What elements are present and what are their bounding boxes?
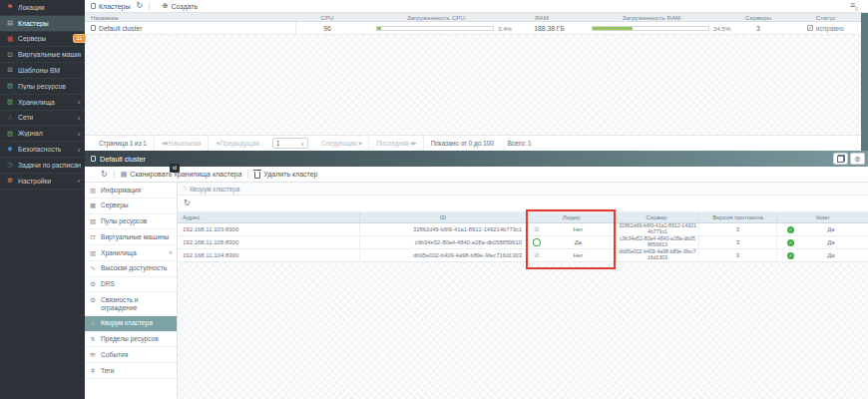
delete-cluster-label: Удалить кластер (263, 171, 317, 178)
refresh-icon[interactable]: ↻ (95, 171, 114, 179)
cluster-ram: 188.38 ГБ (514, 25, 570, 32)
gear-icon: ⚙ (854, 156, 860, 163)
sidebar-item[interactable]: ∴ Сети ∨ (0, 111, 85, 127)
quorum-row[interactable]: 192.168.11.104:8300 db95e002-b409-4a98-b… (178, 249, 868, 262)
clusters-view-button[interactable]: Кластеры (85, 0, 137, 12)
detail-tab[interactable]: ⚙ Связность и ограждение (85, 292, 177, 316)
arrow-right-icon: ▶ (359, 141, 361, 146)
col-ram[interactable]: RAM (514, 14, 570, 21)
detail-tab[interactable]: # Теги (85, 363, 177, 379)
leader-cell: Да (526, 236, 616, 248)
prev-page-button[interactable]: ◀ Предыдущая (209, 136, 266, 151)
detail-tab[interactable]: ∿ Высокая доступность (85, 261, 177, 277)
ram-load-bar-fill (593, 27, 633, 30)
col-voter[interactable]: Voter (776, 212, 868, 222)
col-cpu[interactable]: CPU (296, 14, 358, 21)
sidebar-item[interactable]: ⊡ Виртуальные машины (0, 47, 85, 63)
cluster-icon (91, 25, 96, 31)
tab-icon: # (89, 367, 97, 374)
leader-value: Нет (541, 252, 616, 258)
refresh-icon[interactable]: ↻ (184, 200, 191, 207)
sidebar-item[interactable]: ▦ Серверы 11 (0, 32, 85, 48)
tab-label: Теги (101, 367, 114, 375)
detail-tab[interactable]: ⊡ Виртуальные машины (85, 229, 177, 245)
sidebar-item[interactable]: ⚑ Локации (0, 0, 85, 16)
popout-button[interactable] (833, 153, 848, 165)
quorum-row[interactable]: 192.168.11.105:8300 c9b34e52-80a4-4840-a… (178, 236, 868, 249)
col-leader[interactable]: Лидер (526, 212, 616, 222)
clusters-toolbar: Кластеры ↻ ⊕ Создать (85, 0, 868, 13)
protocol-version: 3 (698, 236, 776, 248)
refresh-icon[interactable]: ↻ (137, 2, 144, 10)
detail-panel-header: Default cluster (85, 151, 868, 167)
node-address: 192.168.11.104:8300 (178, 249, 359, 261)
voter-cell: Да (776, 236, 868, 248)
tab-label: События (101, 351, 128, 359)
voter-check-icon (787, 239, 794, 246)
protocol-version: 3 (698, 223, 776, 235)
col-cpu-load[interactable]: Загруженность CPU (358, 13, 514, 22)
col-server[interactable]: Сервер (616, 212, 698, 222)
detail-tab[interactable]: ⚙ DRS (85, 277, 177, 293)
create-button[interactable]: ⊕ Создать (156, 0, 204, 12)
copy-window-icon (837, 155, 845, 163)
sidebar-item[interactable]: ▧ Пулы ресурсов (0, 79, 85, 95)
sidebar-item-label: Сети (18, 114, 33, 121)
col-name[interactable]: Название (85, 14, 296, 21)
sidebar-item-label: Виртуальные машины (18, 51, 81, 58)
node-id: db95e002-b409-4a98-b89e-9fec716d1303 (359, 249, 526, 261)
scan-storages-button[interactable]: ▤ Сканировать хранилища кластера (115, 167, 248, 182)
col-protocol-version[interactable]: Версия протокола (698, 212, 776, 222)
panel-settings-button[interactable]: ⚙ (850, 153, 865, 165)
node-server: db95e002-b409-4a98-b89e-9fec716d1303 (616, 249, 698, 261)
next-page-button[interactable]: Следующая ▶ (314, 136, 368, 151)
sidebar-item[interactable]: ▤ Кластеры (0, 16, 85, 32)
delete-cluster-button[interactable]: Удалить кластер (248, 167, 323, 182)
sidebar-item[interactable]: ▥ Хранилища ∨ (0, 95, 85, 111)
detail-tab[interactable]: ∴ Кворум кластера (85, 316, 177, 332)
chevron-down-icon: ∨ (77, 131, 81, 137)
tab-icon: ⚙ (89, 296, 97, 303)
detail-toolbar: ↻ ▤ Сканировать хранилища кластера Удали… (85, 167, 868, 183)
col-status[interactable]: Статус (783, 14, 868, 21)
total-label: Всего: 1 (501, 136, 539, 151)
detail-tab[interactable]: ✉ События (85, 347, 177, 363)
col-address[interactable]: Адрес (178, 212, 359, 222)
col-servers[interactable]: Серверы (733, 14, 783, 21)
tab-label: Связность и ограждение (101, 296, 173, 312)
sidebar-item-label: Хранилища (18, 99, 55, 106)
detail-tab[interactable]: ▥ Хранилища ∨ (85, 245, 177, 261)
sidebar-item[interactable]: ▨ Журнал ∨ (0, 126, 85, 142)
sidebar-item-icon: ▦ (6, 36, 14, 43)
node-server: c9b34e52-80a4-4840-a28a-db058ff59610 (616, 236, 698, 248)
col-ram-load[interactable]: Загруженность RAM (570, 13, 733, 22)
sidebar-item-label: Журнал (18, 130, 43, 137)
protocol-version: 3 (698, 249, 776, 261)
leader-cell: Нет (526, 249, 616, 261)
sidebar-item-label: Серверы (18, 35, 46, 42)
sidebar-item[interactable]: ◆ Безопасность ∨ (0, 142, 85, 158)
col-id[interactable]: ID (359, 212, 526, 222)
detail-tab[interactable]: ▥ Информация (85, 183, 177, 199)
detail-tab[interactable]: ▧ Пулы ресурсов (85, 214, 177, 230)
content-title: Кворум кластера (190, 186, 239, 193)
sidebar-item[interactable]: ⚙ Настройки ∨ (0, 174, 85, 190)
chevron-down-icon: ∨ (169, 249, 173, 255)
page-number-select[interactable]: 1 ∨ (272, 138, 308, 149)
sidebar-item[interactable]: ⊟ Шаблоны ВМ (0, 63, 85, 79)
vertical-scrollbar[interactable] (861, 13, 868, 151)
table-settings-button[interactable]: ≡0 (850, 1, 858, 12)
detail-tab[interactable]: ▦ Серверы (85, 199, 177, 214)
voter-check-icon (787, 252, 794, 259)
cluster-row[interactable]: Default cluster 96 3.4% 188.38 ГБ 34.5% … (85, 22, 868, 35)
toolbar-divider (149, 2, 150, 11)
sidebar-item[interactable]: ◷ Задачи по расписанию (0, 158, 85, 174)
first-page-label: Начальная (169, 140, 202, 147)
sidebar-item-icon: ▧ (6, 83, 14, 90)
main-sidebar: ⚑ Локации ▤ Кластеры ▦ Серверы 11 ⊡ (0, 0, 85, 399)
detail-tab[interactable]: ↯ Пределы ресурсов (85, 332, 177, 348)
quorum-row[interactable]: 192.168.11.103:8300 32862d49-b6f9-41a1-8… (178, 223, 868, 236)
cpu-load-label: 3.4% (498, 25, 512, 32)
first-page-button[interactable]: ◀◀ Начальная (155, 136, 208, 151)
last-page-button[interactable]: Последняя ▶▶ (369, 136, 423, 151)
